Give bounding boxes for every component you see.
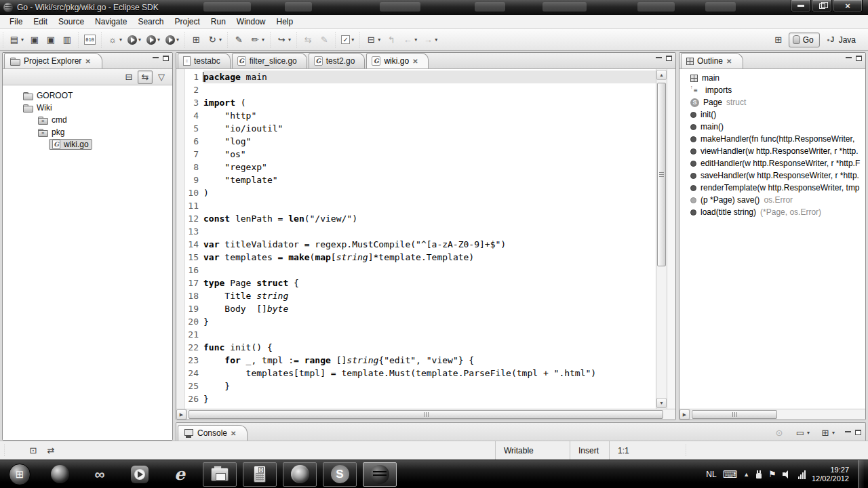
maximize-view-icon[interactable] bbox=[856, 56, 862, 61]
open-perspective-button[interactable]: ⊞ bbox=[771, 33, 786, 47]
action-center-flag-icon[interactable]: ⚑ bbox=[768, 469, 776, 479]
forward-button[interactable]: →▾ bbox=[420, 33, 439, 47]
window-titlebar[interactable]: Go - Wiki/src/pkg/wiki.go - Eclipse SDK … bbox=[0, 0, 868, 15]
close-button[interactable]: × bbox=[833, 0, 863, 12]
code-line[interactable]: 26} bbox=[176, 392, 656, 405]
code-line[interactable]: 15var templates = make(map[string]*templ… bbox=[176, 251, 656, 264]
editor-tab-wiki-go[interactable]: Gwiki.go✕ bbox=[366, 53, 428, 68]
taskbar-internet-explorer[interactable] bbox=[163, 462, 197, 487]
keyboard-icon[interactable]: ⌨ bbox=[723, 468, 738, 481]
tree-item-GOROOT[interactable]: GOROOT bbox=[3, 89, 172, 102]
link-with-editor-button[interactable]: ⇆ bbox=[138, 70, 153, 84]
statusbar-drag-handle[interactable] bbox=[3, 445, 6, 457]
debug-button[interactable]: ☼▾ bbox=[105, 33, 124, 47]
save-button[interactable]: ▣ bbox=[27, 33, 42, 47]
code-line[interactable]: 17type Page struct { bbox=[176, 277, 656, 289]
run-last-button[interactable]: ▾ bbox=[163, 34, 181, 46]
run-history-button[interactable]: ▾ bbox=[144, 34, 162, 46]
taskbar-calculator[interactable] bbox=[243, 462, 277, 487]
menu-help[interactable]: Help bbox=[271, 16, 299, 28]
run-button[interactable]: ▾ bbox=[125, 34, 143, 46]
tree-item-pkg[interactable]: ≡pkg bbox=[3, 126, 172, 138]
tab-console[interactable]: Console ✕ bbox=[178, 425, 248, 441]
dropdown-arrow-icon[interactable]: ▾ bbox=[21, 37, 24, 43]
minimize-editor-icon[interactable] bbox=[656, 56, 662, 58]
outline-item[interactable]: load(title string) (*Page, os.Error) bbox=[690, 206, 865, 218]
mark-occurrences-button[interactable]: ✏▾ bbox=[248, 33, 267, 47]
minimize-button[interactable] bbox=[791, 0, 811, 12]
outline-item[interactable]: editHandler(w http.ResponseWriter, r *ht… bbox=[690, 157, 865, 169]
dropdown-arrow-icon[interactable]: ▾ bbox=[832, 430, 835, 436]
tree-item-wiki-go[interactable]: Gwiki.go bbox=[3, 138, 172, 150]
type-hierarchy-button[interactable]: ⊟▾ bbox=[363, 33, 382, 47]
minimize-view-icon[interactable] bbox=[153, 56, 159, 58]
code-line[interactable]: 20} bbox=[176, 315, 656, 328]
collapse-all-button[interactable]: ⊟ bbox=[122, 71, 136, 83]
code-line[interactable]: 19 Body []byte bbox=[176, 302, 656, 315]
start-button[interactable] bbox=[3, 462, 37, 487]
overview-ruler[interactable] bbox=[667, 69, 675, 409]
outline-item[interactable]: viewHandler(w http.ResponseWriter, r *ht… bbox=[690, 145, 865, 157]
dropdown-arrow-icon[interactable]: ▾ bbox=[219, 37, 222, 43]
view-menu-button[interactable]: ▽ bbox=[155, 71, 168, 83]
outline-item[interactable]: ≡imports bbox=[690, 84, 865, 96]
dropdown-arrow-icon[interactable]: ▾ bbox=[119, 37, 122, 43]
code-line[interactable]: 13 bbox=[176, 225, 656, 238]
dropdown-arrow-icon[interactable]: ▾ bbox=[351, 37, 354, 43]
dropdown-arrow-icon[interactable]: ▾ bbox=[157, 37, 160, 43]
dropdown-arrow-icon[interactable]: ▾ bbox=[138, 37, 141, 43]
outline-horizontal-scrollbar[interactable] bbox=[679, 409, 865, 420]
save-all-button[interactable]: ▣ bbox=[43, 33, 58, 47]
minimize-view-icon[interactable] bbox=[845, 430, 851, 432]
menu-source[interactable]: Source bbox=[53, 16, 90, 28]
vertical-scroll-thumb[interactable] bbox=[657, 83, 666, 266]
code-line[interactable]: 25 } bbox=[176, 380, 656, 392]
code-line[interactable]: 22func init() { bbox=[176, 341, 656, 354]
outline-item[interactable]: makeHandler(fn func(http.ResponseWriter, bbox=[690, 133, 865, 145]
horizontal-scroll-thumb[interactable] bbox=[692, 410, 777, 419]
new-go-project-button[interactable]: ⊞ bbox=[189, 33, 203, 47]
outline-item[interactable]: (p *Page) save() os.Error bbox=[690, 194, 865, 206]
code-line[interactable]: 10) bbox=[176, 186, 656, 199]
code-line[interactable]: 6 "log" bbox=[176, 135, 656, 148]
volume-icon[interactable] bbox=[783, 470, 792, 479]
last-edit-location-button[interactable]: ↰ bbox=[384, 33, 399, 47]
console-trim-icon[interactable]: ⇄ bbox=[45, 445, 56, 456]
run-checklist-button[interactable]: ✓▾ bbox=[339, 34, 356, 45]
outline-item[interactable]: renderTemplate(w http.ResponseWriter, tm… bbox=[690, 182, 865, 194]
perspective-java-button[interactable]: J Java bbox=[822, 33, 861, 47]
fast-view-icon[interactable]: ⊡ bbox=[28, 445, 39, 456]
code-line[interactable]: 3import ( bbox=[176, 96, 656, 109]
code-line[interactable]: 7 "os" bbox=[176, 148, 656, 161]
taskbar-firefox[interactable] bbox=[283, 462, 317, 487]
print-button[interactable]: ▥ bbox=[60, 33, 75, 47]
menu-navigate[interactable]: Navigate bbox=[90, 16, 132, 28]
dropdown-arrow-icon[interactable]: ▾ bbox=[176, 37, 179, 43]
scroll-right-icon[interactable] bbox=[176, 409, 186, 420]
close-view-icon[interactable]: ✕ bbox=[231, 430, 236, 437]
restore-button[interactable] bbox=[812, 0, 832, 12]
taskbar-skype[interactable]: S bbox=[323, 462, 357, 487]
tree-item-Wiki[interactable]: Wiki bbox=[3, 102, 172, 114]
close-tab-icon[interactable]: ✕ bbox=[412, 58, 418, 65]
editor-tab-filter_slice-go[interactable]: Gfilter_slice.go bbox=[232, 53, 307, 68]
hidden-icons-arrow[interactable]: ▲ bbox=[743, 471, 749, 478]
outline-item[interactable]: main bbox=[690, 72, 865, 84]
code-line[interactable]: 21 bbox=[176, 328, 656, 341]
dropdown-arrow-icon[interactable]: ▾ bbox=[807, 430, 810, 436]
menu-file[interactable]: File bbox=[4, 16, 28, 28]
menu-project[interactable]: Project bbox=[169, 16, 205, 28]
tab-project-explorer[interactable]: Project Explorer ✕ bbox=[4, 53, 102, 68]
menu-edit[interactable]: Edit bbox=[28, 16, 53, 28]
code-line[interactable]: 12const lenPath = len("/view/") bbox=[176, 212, 656, 225]
dropdown-arrow-icon[interactable]: ▾ bbox=[435, 37, 437, 43]
code-line[interactable]: 23 for _, tmpl := range []string{"edit",… bbox=[176, 354, 656, 367]
code-line[interactable]: 14var titleValidator = regexp.MustCompil… bbox=[176, 238, 656, 251]
binary-file-button[interactable]: 010 bbox=[82, 33, 98, 46]
code-line[interactable]: 8 "regexp" bbox=[176, 161, 656, 174]
power-plug-icon[interactable] bbox=[755, 470, 762, 479]
clock[interactable]: 19:27 12/02/2012 bbox=[812, 466, 849, 483]
taskbar-visual-studio[interactable] bbox=[83, 462, 117, 487]
close-view-icon[interactable]: ✕ bbox=[726, 58, 732, 65]
code-line[interactable]: 1package main bbox=[176, 70, 656, 83]
